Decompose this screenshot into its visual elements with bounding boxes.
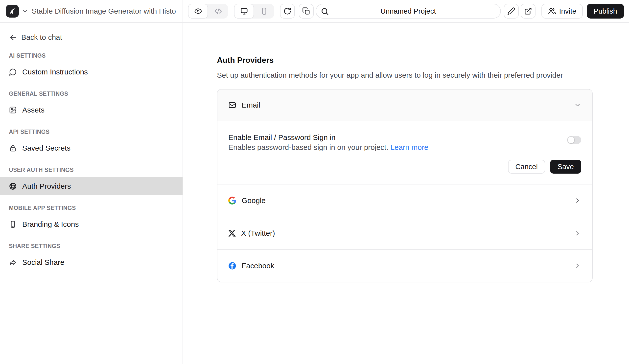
main-content: Auth Providers Set up authentication met… (183, 23, 629, 364)
topbar-left: Stable Diffusion Image Generator with Hi… (0, 0, 183, 22)
eye-icon (194, 7, 202, 15)
code-icon (214, 7, 222, 15)
project-menu-chevron-icon[interactable] (22, 8, 28, 14)
share-arrow-icon (9, 258, 17, 266)
save-button[interactable]: Save (550, 160, 581, 174)
facebook-icon (228, 262, 236, 270)
sidebar-item-branding-icons[interactable]: Branding & Icons (0, 215, 182, 233)
copy-button[interactable] (299, 4, 314, 18)
chevron-down-icon (574, 101, 581, 109)
sidebar-item-label: Saved Secrets (22, 144, 70, 152)
email-password-toggle[interactable] (567, 136, 581, 144)
edit-button[interactable] (504, 4, 519, 18)
sidebar-item-label: Custom Instructions (22, 68, 88, 76)
globe-icon (9, 182, 17, 190)
sidebar-item-auth-providers[interactable]: Auth Providers (0, 177, 182, 195)
project-search-input[interactable]: Unnamed Project (315, 4, 501, 18)
email-buttons-row: Cancel Save (228, 160, 581, 174)
sidebar-item-assets[interactable]: Assets (0, 101, 182, 119)
google-provider-label: Google (242, 196, 266, 205)
device-toggle (234, 4, 274, 18)
copy-icon (302, 7, 310, 15)
open-external-button[interactable] (521, 4, 535, 18)
toggle-knob (568, 137, 574, 143)
section-label: SHARE SETTINGS (0, 243, 182, 249)
section-label: MOBILE APP SETTINGS (0, 205, 182, 211)
page-title: Auth Providers (217, 55, 593, 65)
sidebar-item-saved-secrets[interactable]: Saved Secrets (0, 139, 182, 157)
desktop-view-button[interactable] (234, 4, 254, 18)
sidebar-section-ai: AI SETTINGS Custom Instructions (0, 52, 182, 81)
chevron-right-icon (574, 262, 581, 269)
sidebar-item-label: Social Share (22, 258, 64, 266)
section-label: GENERAL SETTINGS (0, 91, 182, 97)
sidebar-item-custom-instructions[interactable]: Custom Instructions (0, 63, 182, 81)
lock-icon (9, 144, 17, 152)
view-mode-toggle (188, 4, 228, 18)
topbar: Stable Diffusion Image Generator with Hi… (0, 0, 629, 23)
search-icon (320, 7, 329, 15)
sidebar-section-mobile: MOBILE APP SETTINGS Branding & Icons (0, 205, 182, 233)
project-title: Stable Diffusion Image Generator with Hi… (32, 7, 176, 15)
app-logo[interactable] (6, 5, 19, 17)
settings-sidebar: Back to chat AI SETTINGS Custom Instruct… (0, 23, 183, 364)
topbar-toolbar: Unnamed Project Invite (183, 0, 629, 22)
logo-swoosh-icon (8, 6, 17, 16)
sidebar-item-label: Auth Providers (22, 182, 71, 190)
mobile-view-button[interactable] (254, 4, 274, 18)
sidebar-item-label: Branding & Icons (22, 220, 79, 229)
phone-icon (9, 220, 17, 228)
sidebar-section-user-auth: USER AUTH SETTINGS Auth Providers (0, 167, 182, 195)
back-to-chat-label: Back to chat (21, 33, 62, 42)
pencil-icon (507, 7, 515, 15)
x-twitter-icon (228, 230, 236, 237)
enable-email-description-text: Enables password-based sign in on your p… (228, 143, 388, 151)
users-icon (548, 7, 556, 15)
mail-icon (228, 101, 236, 109)
smartphone-icon (260, 7, 268, 15)
x-twitter-provider-row[interactable]: X (Twitter) (217, 217, 592, 249)
email-provider-header[interactable]: Email (217, 90, 592, 121)
refresh-icon (284, 7, 291, 15)
sidebar-section-api: API SETTINGS Saved Secrets (0, 128, 182, 157)
section-label: API SETTINGS (0, 128, 182, 135)
section-label: AI SETTINGS (0, 52, 182, 59)
cancel-button[interactable]: Cancel (508, 160, 545, 174)
section-label: USER AUTH SETTINGS (0, 167, 182, 173)
learn-more-link[interactable]: Learn more (390, 143, 428, 151)
enable-email-description: Enables password-based sign in on your p… (228, 142, 567, 152)
arrow-left-icon (9, 33, 17, 42)
facebook-provider-row[interactable]: Facebook (217, 249, 592, 282)
external-link-icon (524, 7, 532, 15)
x-twitter-provider-label: X (Twitter) (241, 229, 275, 238)
email-provider-body: Enable Email / Password Sign in Enables … (217, 121, 592, 184)
refresh-button[interactable] (280, 4, 295, 18)
page-description: Set up authentication methods for your a… (217, 70, 593, 80)
image-icon (9, 106, 17, 114)
facebook-provider-label: Facebook (242, 262, 274, 270)
auth-providers-card: Email Enable Email / Password Sign in En… (217, 89, 593, 282)
chevron-right-icon (574, 197, 581, 204)
invite-button[interactable]: Invite (541, 4, 583, 18)
preview-eye-button[interactable] (188, 4, 208, 18)
invite-label: Invite (559, 7, 576, 15)
google-icon (228, 197, 236, 205)
chevron-right-icon (574, 230, 581, 237)
body-row: Back to chat AI SETTINGS Custom Instruct… (0, 23, 629, 364)
app-root: Stable Diffusion Image Generator with Hi… (0, 0, 629, 364)
sidebar-item-social-share[interactable]: Social Share (0, 253, 182, 271)
code-view-button[interactable] (208, 4, 228, 18)
email-toggle-row: Enable Email / Password Sign in Enables … (228, 132, 581, 152)
monitor-icon (240, 7, 248, 15)
email-toggle-texts: Enable Email / Password Sign in Enables … (228, 132, 567, 152)
publish-button[interactable]: Publish (587, 4, 624, 18)
chat-bubble-icon (9, 68, 17, 76)
sidebar-section-general: GENERAL SETTINGS Assets (0, 91, 182, 119)
sidebar-item-label: Assets (22, 106, 44, 114)
sidebar-section-share: SHARE SETTINGS Social Share (0, 243, 182, 271)
search-value: Unnamed Project (380, 7, 436, 15)
enable-email-title: Enable Email / Password Sign in (228, 132, 567, 142)
back-to-chat-link[interactable]: Back to chat (0, 30, 182, 45)
email-provider-label: Email (242, 101, 260, 109)
google-provider-row[interactable]: Google (217, 184, 592, 217)
